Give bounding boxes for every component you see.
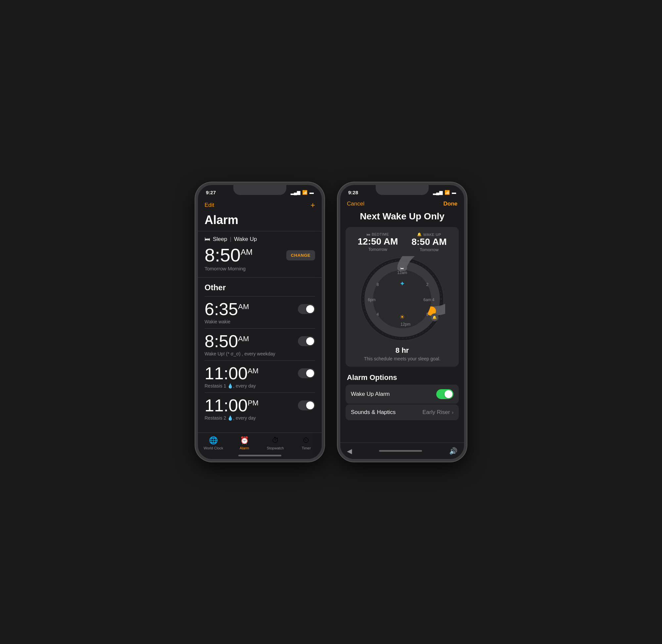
other-section: Other 6:35AM Wakie wakie 8:50AM Wake Up!… [198,277,322,427]
home-indicator-2 [379,450,422,452]
svg-text:12pm: 12pm [401,322,410,327]
status-icons-1: ▂▄▆ 📶 ▬ [291,190,314,195]
volume-down-icon: ◀ [347,447,352,455]
wakeup-text: Wake Up [234,236,257,243]
wakeup-label: 🔔 WAKE UP [411,232,447,237]
sleep-time-row: 8:50AM CHANGE [205,243,315,266]
phones-container: 9:27 ▂▄▆ 📶 ▬ Edit + Alarm 🛏 Sleep | Wake… [195,182,467,462]
alarm-header: Edit + [198,198,322,213]
tab-alarm[interactable]: ⏰ Alarm [229,436,260,450]
alarm-item-row-4: 11:00PM [205,397,315,414]
bedtime-sub: Tomorrow [358,247,398,252]
bedtime-label: 🛏 BEDTIME [358,232,398,236]
nav-bar: Cancel Done [340,198,464,211]
svg-text:8: 8 [426,312,429,317]
home-indicator-1 [238,455,281,456]
alarm-time-2: 8:50AM [205,332,249,350]
signal-icon-2: ▂▄▆ [433,190,442,195]
svg-text:🔔: 🔔 [432,315,437,320]
timer-label: Timer [301,446,311,450]
bottom-bar-2: ◀ 🔊 [340,442,464,459]
bedtime-value: 12:50 AM [358,236,398,247]
alarm-item-2: 8:50AM Wake Up! (* σ_σ) , every weekday [205,328,315,360]
add-button[interactable]: + [311,201,315,210]
bed-icon-2: 🛏 [366,232,370,236]
alarm-title: Alarm [198,213,322,231]
volume-up-icon: 🔊 [449,447,457,455]
world-clock-icon: 🌐 [209,436,218,445]
status-bar-2: 9:28 ▂▄▆ 📶 ▬ [340,185,464,198]
alarm-icon: ⏰ [240,436,249,445]
alarm-time-3: 11:00AM [205,365,258,382]
sounds-haptics-row[interactable]: Sounds & Haptics Early Riser › [346,405,459,420]
sounds-haptics-label: Sounds & Haptics [351,409,395,416]
clock-svg: 12am 2 4 8 12pm 4 6pm 8 6am ✦ ☀ 🛏 [359,256,445,342]
svg-text:8: 8 [377,282,379,287]
battery-icon-1: ▬ [310,190,314,195]
wakeup-text-2: WAKE UP [424,233,441,237]
done-button[interactable]: Done [443,201,458,207]
sleep-text: Sleep [213,236,227,243]
wake-up-alarm-label: Wake Up Alarm [351,391,390,397]
stopwatch-icon: ⏱ [272,436,279,445]
schedule-title: Next Wake Up Only [340,211,464,227]
sleep-sub: Tomorrow Morning [205,266,315,273]
status-time-1: 9:27 [206,190,216,195]
toggle-2[interactable] [298,336,315,346]
alarm-options-title: Alarm Options [340,367,464,385]
svg-text:2: 2 [426,282,429,287]
wifi-icon-1: 📶 [302,190,307,195]
alarm-desc-3: Restasis 1 💧, every day [205,383,315,389]
alarm-label: Alarm [239,446,249,450]
alarm-item-4: 11:00PM Restasis 2 💧, every day [205,392,315,424]
wakeup-value: 8:50 AM [411,237,447,247]
tab-stopwatch[interactable]: ⏱ Stopwatch [260,436,291,450]
sleep-section: 🛏 Sleep | Wake Up 8:50AM CHANGE Tomorrow… [198,231,322,277]
change-button[interactable]: CHANGE [286,250,315,260]
alarm-item-1: 6:35AM Wakie wakie [205,296,315,328]
alarm-item-row-2: 8:50AM [205,332,315,350]
status-bar-1: 9:27 ▂▄▆ 📶 ▬ [198,185,322,198]
svg-text:🛏: 🛏 [401,267,404,270]
wakeup-sub: Tomorrow [411,247,447,252]
sounds-haptics-value: Early Riser › [423,409,454,416]
sleep-card: 🛏 BEDTIME 12:50 AM Tomorrow 🔔 WAKE UP 8:… [346,227,459,367]
phone-alarm-list: 9:27 ▂▄▆ 📶 ▬ Edit + Alarm 🛏 Sleep | Wake… [195,182,324,462]
svg-text:12am: 12am [397,270,407,275]
stopwatch-label: Stopwatch [267,446,284,450]
tab-timer[interactable]: ⏲ Timer [291,436,322,450]
sleep-duration: 8 hr [351,346,454,355]
sleep-ampm: AM [241,248,253,256]
sleep-time-display: 8:50AM [205,246,253,264]
alarm-desc-2: Wake Up! (* σ_σ) , every weekday [205,351,315,356]
wakeup-block: 🔔 WAKE UP 8:50 AM Tomorrow [411,232,447,252]
toggle-1[interactable] [298,304,315,314]
sleep-label: 🛏 Sleep | Wake Up [205,236,315,243]
tab-world-clock[interactable]: 🌐 World Clock [198,436,229,450]
svg-text:✦: ✦ [400,280,405,287]
alarm-time-4: 11:00PM [205,397,258,414]
timer-icon: ⏲ [302,436,310,445]
toggle-3[interactable] [298,368,315,378]
alarm-time-1: 6:35AM [205,300,249,318]
svg-text:4: 4 [432,298,435,302]
wake-up-alarm-row: Wake Up Alarm [346,385,459,404]
cancel-button[interactable]: Cancel [347,201,364,207]
status-icons-2: ▂▄▆ 📶 ▬ [433,190,456,195]
phone-sleep-schedule: 9:28 ▂▄▆ 📶 ▬ Cancel Done Next Wake Up On… [338,182,467,462]
bed-icon: 🛏 [205,236,210,243]
svg-text:☀: ☀ [400,314,405,320]
bell-icon: 🔔 [417,232,422,237]
early-riser-text: Early Riser [423,409,450,416]
wake-up-alarm-toggle[interactable] [436,389,454,399]
svg-text:6pm: 6pm [368,298,375,302]
alarm-item-row-1: 6:35AM [205,300,315,318]
alarm-item-row-3: 11:00AM [205,365,315,382]
toggle-4[interactable] [298,400,315,410]
pipe: | [230,236,231,243]
edit-button[interactable]: Edit [205,202,214,208]
wifi-icon-2: 📶 [444,190,450,195]
clock-circle[interactable]: 12am 2 4 8 12pm 4 6pm 8 6am ✦ ☀ 🛏 [359,256,445,342]
svg-text:6am: 6am [424,298,431,302]
bedtime-text: BEDTIME [372,232,389,236]
